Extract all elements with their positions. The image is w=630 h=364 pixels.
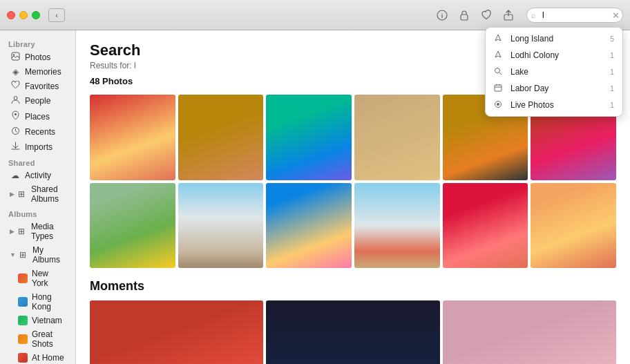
sidebar-item-hong-kong[interactable]: Hong Kong: [3, 290, 73, 314]
sidebar-item-activity[interactable]: ☁ Activity: [3, 169, 73, 182]
sidebar-item-imports[interactable]: Imports: [3, 140, 73, 155]
sidebar-item-great-shots[interactable]: Great Shots: [3, 327, 73, 351]
moments-title: Moments: [90, 279, 616, 294]
photo-cell-10[interactable]: [354, 183, 440, 269]
share-icon[interactable]: [500, 7, 517, 23]
back-button[interactable]: ‹: [48, 8, 65, 22]
dropdown-item-long-island[interactable]: Long Island 5: [486, 30, 622, 47]
dropdown-item-live-photos[interactable]: Live Photos 1: [486, 97, 622, 113]
great-shots-label: Great Shots: [32, 329, 66, 349]
svg-rect-2: [461, 15, 468, 20]
close-button[interactable]: [7, 11, 15, 19]
expand-icon-3: ▼: [10, 251, 16, 258]
moments-grid: [90, 300, 616, 364]
sidebar-item-my-albums[interactable]: ▼ ⊞ My Albums: [3, 243, 73, 267]
sidebar-item-recents[interactable]: Recents: [3, 124, 73, 140]
shared-section-label: Shared: [0, 155, 75, 169]
search-icon: ⌕: [531, 11, 536, 19]
photo-cell-12[interactable]: [531, 183, 616, 269]
dropdown-count-long-island: 5: [610, 35, 614, 43]
sidebar-item-places[interactable]: Places: [3, 108, 73, 124]
heart-icon[interactable]: [478, 7, 495, 23]
albums-section-label: Albums: [0, 206, 75, 220]
sidebar-item-media-types[interactable]: ▶ ⊞ Media Types: [3, 220, 73, 243]
photo-cell-3[interactable]: [266, 95, 352, 180]
maximize-button[interactable]: [32, 11, 40, 19]
calendar-icon: [494, 84, 505, 93]
moment-cell-1[interactable]: [90, 300, 263, 364]
search-clear-button[interactable]: ✕: [612, 10, 620, 19]
photo-cell-9[interactable]: [266, 183, 352, 269]
vietnam-label: Vietnam: [32, 316, 62, 325]
my-albums-label: My Albums: [32, 245, 66, 265]
dropdown-item-lodhi-colony[interactable]: Lodhi Colony 1: [486, 47, 622, 64]
photo-cell-11[interactable]: [443, 183, 528, 269]
memories-icon: ◈: [10, 67, 21, 77]
moment-cell-3[interactable]: [443, 300, 616, 364]
new-york-label: New York: [32, 269, 66, 288]
moment-cell-2[interactable]: [266, 300, 439, 364]
navigation-icon-2: [494, 50, 505, 60]
recents-label: Recents: [25, 127, 55, 137]
shared-albums-icon: ⊞: [16, 189, 27, 199]
favorites-label: Favorites: [25, 82, 59, 91]
sidebar-item-shared-albums[interactable]: ▶ ⊞ Shared Albums: [3, 182, 73, 206]
photo-cell-8[interactable]: [178, 183, 264, 269]
traffic-lights: [7, 11, 40, 19]
sidebar-item-favorites[interactable]: Favorites: [3, 79, 73, 93]
search-input[interactable]: [526, 8, 623, 23]
library-section-label: Library: [0, 36, 75, 50]
photo-grid-row2: [90, 183, 616, 269]
minimize-button[interactable]: [19, 11, 28, 19]
photo-cell-7[interactable]: [90, 183, 175, 269]
photo-cell-4[interactable]: [354, 95, 440, 180]
my-albums-icon: ⊞: [17, 250, 28, 260]
svg-rect-12: [12, 52, 19, 60]
dropdown-label-lodhi-colony: Lodhi Colony: [510, 50, 610, 60]
recents-icon: [10, 126, 21, 137]
svg-point-15: [15, 113, 17, 115]
dropdown-count-lodhi-colony: 1: [610, 51, 614, 59]
sidebar-item-memories[interactable]: ◈ Memories: [3, 65, 73, 79]
expand-icon: ▶: [10, 191, 15, 198]
dropdown-count-lake: 1: [610, 68, 614, 76]
nav-buttons: ‹: [48, 8, 65, 22]
imports-icon: [10, 142, 21, 153]
titlebar: ‹ i ⌕ ✕: [0, 0, 630, 30]
dropdown-item-labor-day[interactable]: Labor Day 1: [486, 80, 622, 97]
sidebar-item-at-home[interactable]: At Home: [3, 351, 73, 364]
media-types-label: Media Types: [31, 222, 66, 241]
search-container: ⌕ ✕ Long Island 5 Lodhi Colon: [526, 8, 623, 23]
dropdown-count-labor-day: 1: [610, 84, 614, 93]
info-icon[interactable]: i: [434, 7, 450, 23]
photos-icon: [10, 52, 21, 63]
svg-rect-6: [495, 85, 502, 91]
media-types-icon: ⊞: [16, 227, 27, 236]
activity-label: Activity: [25, 171, 51, 180]
dropdown-label-long-island: Long Island: [510, 34, 610, 44]
navigation-icon: [494, 34, 505, 44]
search-icon-dropdown: [494, 67, 505, 77]
sidebar: Library Photos ◈ Memories Favorites: [0, 30, 76, 364]
svg-line-5: [499, 73, 502, 75]
lock-icon[interactable]: [456, 7, 472, 23]
search-dropdown: Long Island 5 Lodhi Colony 1: [485, 27, 623, 117]
live-photos-icon: [494, 100, 505, 110]
shared-albums-label: Shared Albums: [31, 184, 66, 204]
svg-point-4: [495, 68, 500, 73]
dropdown-label-lake: Lake: [510, 67, 610, 77]
sidebar-item-people[interactable]: People: [3, 93, 73, 108]
photos-label: Photos: [25, 52, 50, 62]
people-label: People: [25, 96, 50, 106]
places-label: Places: [25, 112, 50, 122]
dropdown-item-lake[interactable]: Lake 1: [486, 64, 622, 80]
photo-cell-2[interactable]: [178, 95, 264, 180]
sidebar-item-photos[interactable]: Photos: [3, 50, 73, 65]
photo-cell-1[interactable]: [90, 95, 175, 180]
sidebar-item-vietnam[interactable]: Vietnam: [3, 314, 73, 327]
sidebar-item-new-york[interactable]: New York: [3, 267, 73, 290]
titlebar-icons: i: [434, 7, 517, 23]
dropdown-count-live-photos: 1: [610, 101, 614, 109]
places-icon: [10, 111, 21, 122]
imports-label: Imports: [25, 142, 52, 152]
